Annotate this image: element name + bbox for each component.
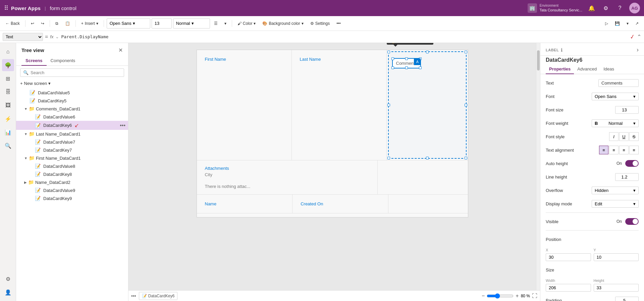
tree-item-DataCardKey6[interactable]: 📝 DataCardKey6 ↙ •••: [16, 121, 128, 130]
property-select[interactable]: Text: [3, 33, 43, 41]
font-weight-dropdown[interactable]: Normal ▾: [173, 18, 210, 29]
handle-tc[interactable]: [426, 51, 429, 53]
tree-item-DataCardValue9[interactable]: 📝 DataCardValue9: [16, 186, 128, 194]
handle-br[interactable]: [465, 157, 467, 159]
vertical-scrollbar[interactable]: [536, 43, 540, 290]
new-screen-button[interactable]: + New screen ▾: [16, 80, 128, 87]
italic-button[interactable]: I: [609, 132, 619, 141]
strikethrough-button[interactable]: S: [629, 132, 639, 141]
back-button[interactable]: ← Back: [3, 18, 22, 29]
size-width-input[interactable]: [546, 284, 591, 292]
tree-view-icon-btn[interactable]: 🌳: [2, 59, 14, 71]
fontsize-prop-input[interactable]: [615, 106, 639, 114]
right-panel-expand-button[interactable]: ›: [637, 46, 639, 53]
insert-button[interactable]: + Insert ▾: [78, 18, 101, 29]
inner-handle-tl[interactable]: [391, 57, 394, 60]
settings-left-icon-btn[interactable]: ⚙: [2, 273, 14, 285]
apps-grid-icon[interactable]: ⠿: [4, 4, 8, 12]
settings-icon[interactable]: ⚙: [601, 3, 610, 13]
paste-button[interactable]: 📋: [62, 18, 73, 29]
bottom-more-icon[interactable]: •••: [131, 293, 136, 299]
power-automate-icon-btn[interactable]: ⚡: [2, 113, 14, 125]
share-icon[interactable]: ↗: [633, 18, 641, 29]
canvas-scroll-area[interactable]: First Name Last Name 🔒 Card : Comments: [128, 43, 536, 290]
size-height-input[interactable]: [594, 284, 639, 292]
handle-bl[interactable]: [387, 157, 390, 159]
displaymode-prop-dropdown[interactable]: Edit ▾: [592, 200, 639, 208]
font-prop-dropdown[interactable]: Open Sans ▾: [592, 93, 639, 100]
handle-mr[interactable]: [465, 104, 467, 106]
formula-expand-icon[interactable]: ⌄: [55, 34, 59, 39]
handle-tl[interactable]: [387, 51, 390, 53]
right-tab-ideas[interactable]: Ideas: [600, 64, 618, 74]
bottom-tab-datacardkey6[interactable]: 📝 DataCardKey6: [139, 292, 178, 300]
components-icon-btn[interactable]: ⊞: [2, 72, 14, 85]
tree-item-DataCardValue7[interactable]: 📝 DataCardValue7: [16, 138, 128, 146]
item-more-icon[interactable]: •••: [120, 122, 125, 129]
copy-button[interactable]: ⧉: [53, 18, 61, 29]
publish-chevron-icon[interactable]: ▾: [624, 18, 631, 29]
tree-item-DataCardKey7[interactable]: 📝 DataCardKey7: [16, 146, 128, 154]
inner-handle-bl[interactable]: [391, 66, 394, 69]
handle-ml[interactable]: [387, 104, 390, 106]
tree-item-DataCardKey8[interactable]: 📝 DataCardKey8: [16, 170, 128, 178]
text-align-chevron-button[interactable]: ▾: [222, 18, 229, 29]
right-tab-properties[interactable]: Properties: [546, 64, 574, 74]
tab-components[interactable]: Components: [47, 56, 79, 66]
overflow-prop-dropdown[interactable]: Hidden ▾: [592, 187, 639, 194]
lineheight-prop-input[interactable]: [615, 173, 639, 181]
media-icon-btn[interactable]: 🖼: [2, 99, 14, 111]
tab-screens[interactable]: Screens: [21, 56, 47, 66]
inner-handle-tc[interactable]: [405, 57, 408, 60]
font-size-dropdown[interactable]: 13: [152, 18, 172, 29]
inner-handle-bc[interactable]: [405, 66, 408, 69]
color-button[interactable]: 🖌 Color ▾: [235, 18, 259, 29]
tree-item-DataCardKey5[interactable]: 📝 DataCardKey5: [16, 97, 128, 105]
data-icon-btn[interactable]: 🗄: [2, 86, 14, 98]
home-icon-btn[interactable]: ⌂: [2, 46, 14, 58]
font-family-dropdown[interactable]: Open Sans ▾: [107, 18, 150, 29]
right-tab-advanced[interactable]: Advanced: [574, 64, 600, 74]
account-icon-btn[interactable]: 👤: [2, 286, 14, 298]
align-justify-button[interactable]: ≡: [629, 146, 639, 154]
redo-button[interactable]: ↪: [38, 18, 47, 29]
settings-button[interactable]: ⚙ Settings: [308, 18, 332, 29]
zoom-plus-button[interactable]: +: [516, 293, 519, 299]
text-prop-value[interactable]: Comments: [598, 79, 639, 87]
tree-group-Comments_DataCard1[interactable]: ▼ 📁 Comments_DataCard1: [16, 105, 128, 113]
more-button[interactable]: •••: [334, 18, 343, 29]
comments-card[interactable]: Comments A: [388, 51, 467, 159]
tree-item-DataCardValue6[interactable]: 📝 DataCardValue6: [16, 113, 128, 121]
tree-group-LastName_DataCard1[interactable]: ▼ 📁 Last Name_DataCard1: [16, 130, 128, 138]
formula-input[interactable]: [61, 33, 628, 41]
scrollbar-thumb[interactable]: [537, 50, 540, 70]
preview-icon[interactable]: ▷: [602, 18, 611, 29]
undo-button[interactable]: ↩: [28, 18, 37, 29]
visible-toggle[interactable]: [625, 218, 639, 225]
tree-item-DataCardValue8[interactable]: 📝 DataCardValue8: [16, 162, 128, 170]
position-x-input[interactable]: [546, 253, 591, 261]
fullscreen-icon[interactable]: ⛶: [532, 293, 537, 299]
fontweight-prop-dropdown[interactable]: B Normal ▾: [592, 119, 639, 127]
search-input[interactable]: [31, 70, 121, 75]
padding-prop-input[interactable]: [615, 297, 639, 301]
zoom-minus-button[interactable]: −: [482, 293, 485, 299]
save-icon[interactable]: 💾: [612, 18, 623, 29]
inner-handle-br[interactable]: [419, 66, 422, 69]
text-align-button[interactable]: ☰: [211, 18, 220, 29]
align-center-button[interactable]: ≡: [609, 146, 619, 154]
tree-close-button[interactable]: ✕: [118, 47, 123, 53]
notifications-icon[interactable]: 🔔: [587, 3, 596, 13]
autoheight-toggle[interactable]: [625, 160, 639, 167]
help-icon[interactable]: ?: [615, 3, 625, 13]
tree-item-DataCardValue5[interactable]: 📝 DataCardValue5: [16, 89, 128, 97]
tree-group-FirstName_DataCard1[interactable]: ▼ 📁 First Name_DataCard1: [16, 154, 128, 162]
handle-bc[interactable]: [426, 157, 429, 159]
align-left-button[interactable]: ≡: [599, 146, 608, 154]
formula-expand-button[interactable]: ⌃: [637, 34, 641, 40]
underline-button[interactable]: U: [619, 132, 629, 141]
search-icon-btn[interactable]: 🔍: [2, 140, 14, 152]
tree-group-Name_DataCard2[interactable]: ▶ 📁 Name_DataCard2: [16, 178, 128, 186]
zoom-slider[interactable]: [487, 293, 514, 299]
align-right-button[interactable]: ≡: [619, 146, 629, 154]
